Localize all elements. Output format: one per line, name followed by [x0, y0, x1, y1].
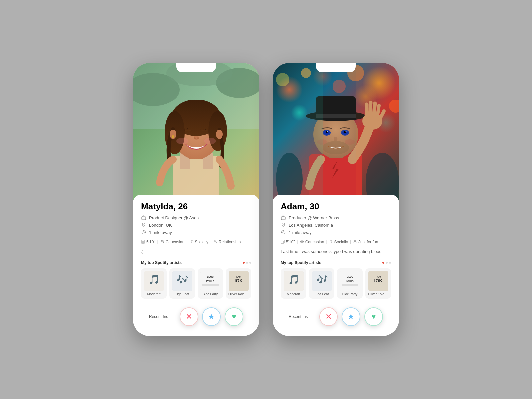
svg-rect-21: [142, 217, 146, 220]
profile-tags-adam: 5'10" | Caucasian | Socially |: [281, 240, 391, 244]
artist-card-adam-2: 🎶 Tiga Feat: [309, 268, 334, 299]
svg-rect-38: [202, 284, 219, 286]
distance-detail-matylda: 1 mile away: [141, 230, 251, 235]
artist-name-adam-1: Moderart: [283, 292, 304, 296]
phones-container: Matylda, 26 Product Designer @ Asos Lond…: [133, 63, 399, 336]
profile-photo-adam: [273, 63, 399, 203]
dot-adam-1: [382, 262, 384, 264]
like-icon-matylda: ♥: [232, 312, 236, 321]
spotify-dots-matylda: [243, 262, 251, 264]
recent-ins-label-matylda: Recent Ins: [149, 314, 168, 319]
svg-point-79: [282, 231, 285, 234]
dot-adam-2: [386, 262, 388, 264]
artist-name-4: Oliver Koletzki: [228, 292, 249, 296]
profile-name-matylda: Matylda, 26: [141, 201, 251, 212]
job-icon-adam: [281, 215, 286, 220]
artist-img-adam-2: 🎶: [312, 271, 332, 291]
svg-point-17: [194, 137, 196, 139]
job-icon-matylda: [141, 215, 146, 220]
tag-intent: Relationship: [213, 240, 241, 244]
svg-point-20: [204, 138, 216, 144]
location-detail-adam: Los Angeles, California: [281, 222, 391, 228]
artist-img-3: BLOC PARTY.: [200, 271, 220, 291]
artist-name-3: Bloc Party: [200, 292, 220, 296]
artist-img-adam-1: 🎵: [284, 271, 304, 291]
artist-img-adam-4: I AM IOK: [368, 271, 388, 291]
photo-svg-female: [133, 63, 259, 203]
like-icon-adam: ♥: [371, 312, 376, 321]
location-detail-matylda: London, UK: [141, 222, 251, 228]
location-icon-matylda: [141, 222, 146, 228]
photo-svg-male: [273, 63, 399, 203]
svg-rect-81: [281, 240, 284, 243]
artist-card-4: I AM IOK Oliver Koletzki: [226, 268, 251, 299]
svg-point-80: [283, 232, 284, 233]
svg-rect-25: [141, 240, 145, 243]
spotify-dots-adam: [382, 262, 391, 264]
nope-icon-matylda: ✕: [186, 312, 192, 321]
artist-card-3: BLOC PARTY. Bloc Party: [198, 268, 223, 299]
spotify-title-adam: My top Spotify artists: [281, 260, 321, 265]
svg-point-15: [172, 135, 174, 138]
svg-point-53: [332, 80, 346, 93]
svg-text:🎶: 🎶: [316, 274, 328, 285]
job-detail-matylda: Product Designer @ Asos: [141, 215, 251, 220]
ethnicity-icon: [160, 240, 164, 244]
tag-drinking: Socially: [190, 240, 208, 244]
phone-notch-2: [316, 63, 356, 72]
distance-icon-adam: [281, 230, 286, 235]
profile-bio-matylda: :): [141, 249, 251, 256]
distance-icon-matylda: [141, 230, 146, 235]
like-button-matylda[interactable]: ♥: [225, 307, 243, 326]
dot-3: [249, 262, 251, 264]
nope-button-matylda[interactable]: ✕: [180, 307, 198, 326]
profile-content-matylda: Matylda, 26 Product Designer @ Asos Lond…: [133, 195, 259, 336]
artist-img-2: 🎶: [172, 271, 192, 291]
svg-point-70: [327, 131, 328, 132]
svg-point-73: [345, 139, 355, 145]
artist-name-1: Moderart: [144, 292, 164, 296]
action-buttons-adam: ✕ ★ ♥: [319, 307, 383, 326]
dot-1: [243, 262, 245, 264]
profile-bio-adam: Last time I was someone's type I was don…: [281, 249, 391, 256]
like-button-adam[interactable]: ♥: [364, 307, 383, 326]
svg-point-23: [142, 231, 146, 234]
artist-card-adam-4: I AM IOK Oliver Koletzki: [365, 268, 391, 299]
spotify-artists-adam: 🎵 Moderart 🎶 Tiga Feat: [281, 268, 391, 299]
artist-card-adam-1: 🎵 Moderart: [281, 268, 306, 299]
nope-button-adam[interactable]: ✕: [319, 307, 338, 326]
location-icon-adam: [281, 222, 286, 228]
svg-text:🎵: 🎵: [148, 274, 160, 285]
dot-2: [246, 262, 248, 264]
height-icon-adam: [281, 240, 285, 244]
distance-detail-adam: 1 mile away: [281, 230, 391, 235]
svg-text:IOK: IOK: [374, 278, 382, 283]
tag-intent-adam: Just for fun: [353, 240, 378, 244]
artist-name-2: Tiga Feat: [172, 292, 192, 296]
star-button-matylda[interactable]: ★: [202, 307, 221, 326]
svg-rect-76: [356, 63, 399, 203]
profile-tags-matylda: 5'10" | Caucasian | Socially |: [141, 240, 251, 244]
svg-point-71: [346, 131, 347, 132]
tag-height-adam: 5'10": [281, 240, 295, 244]
artist-img-1: 🎵: [144, 271, 164, 291]
phone-matylda: Matylda, 26 Product Designer @ Asos Lond…: [133, 63, 259, 336]
spotify-header-adam: My top Spotify artists: [281, 260, 391, 265]
spotify-section-matylda: My top Spotify artists 🎵: [141, 260, 251, 299]
svg-text:PARTY.: PARTY.: [346, 280, 354, 282]
svg-text:BLOC: BLOC: [207, 276, 214, 278]
drinking-icon: [190, 240, 194, 244]
svg-point-18: [197, 137, 199, 139]
star-button-adam[interactable]: ★: [342, 307, 360, 326]
profile-content-adam: Adam, 30 Producer @ Warner Bross Los Ang…: [273, 195, 399, 336]
bottom-bar-matylda: Recent Ins ✕ ★ ♥: [141, 302, 251, 336]
spotify-header-matylda: My top Spotify artists: [141, 260, 251, 265]
recent-ins-label-adam: Recent Ins: [289, 314, 308, 319]
action-buttons-matylda: ✕ ★ ♥: [180, 307, 243, 326]
spotify-title-matylda: My top Spotify artists: [141, 260, 182, 265]
ethnicity-icon-adam: [300, 240, 304, 244]
drinking-icon-adam: [329, 240, 333, 244]
job-detail-adam: Producer @ Warner Bross: [281, 215, 391, 220]
tag-ethnicity: Caucasian: [160, 240, 185, 244]
height-icon: [141, 240, 145, 244]
